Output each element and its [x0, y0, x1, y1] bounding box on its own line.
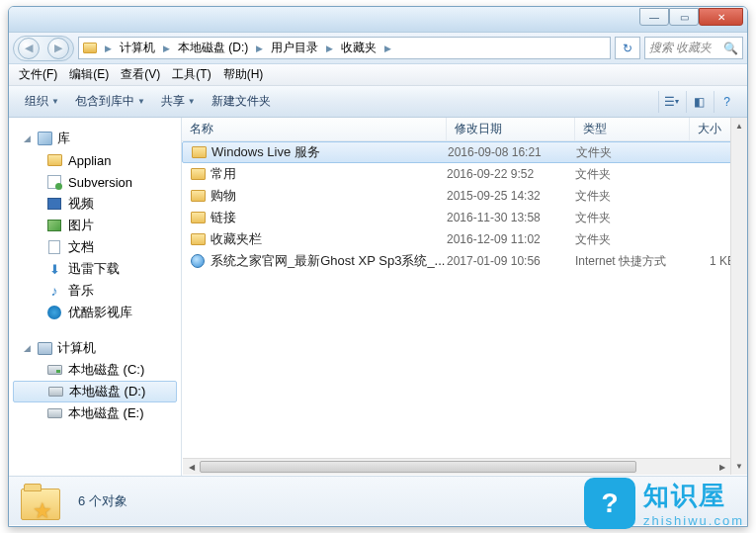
expand-icon[interactable]: ◢	[23, 344, 32, 353]
youku-icon	[46, 305, 62, 320]
tree-group-libraries: ◢ 库 Applian Subversion 视频 图片 文档 ⬇迅雷下载 ♪音…	[9, 128, 181, 323]
breadcrumb-seg-favorites[interactable]: 收藏夹	[337, 38, 380, 58]
file-type: 文件夹	[575, 231, 690, 248]
menu-edit[interactable]: 编辑(E)	[63, 64, 115, 85]
file-name: 系统之家官网_最新Ghost XP Sp3系统_...	[210, 252, 445, 270]
breadcrumb-sep: ▶	[252, 44, 267, 53]
expand-icon[interactable]: ◢	[23, 134, 32, 143]
vertical-scrollbar[interactable]: ▲ ▼	[730, 118, 747, 475]
sidebar-item-videos[interactable]: 视频	[9, 193, 181, 215]
breadcrumb[interactable]: ▶ 计算机 ▶ 本地磁盘 (D:) ▶ 用户目录 ▶ 收藏夹 ▶	[78, 37, 611, 59]
window-controls: — ▭ ✕	[639, 8, 743, 26]
sidebar-item-applian[interactable]: Applian	[9, 149, 181, 171]
column-header-name[interactable]: 名称	[182, 118, 447, 140]
maximize-button[interactable]: ▭	[669, 8, 699, 26]
sidebar-item-label: 图片	[68, 217, 94, 234]
content-area: 名称 修改日期 类型 大小 Windows Live 服务 2016-09-08…	[182, 118, 747, 476]
folder-icon	[46, 152, 62, 168]
menu-help[interactable]: 帮助(H)	[217, 64, 270, 85]
question-icon: ?	[601, 488, 618, 519]
preview-pane-button[interactable]: ◧	[686, 91, 712, 113]
breadcrumb-sep: ▶	[101, 44, 116, 53]
search-input[interactable]: 搜索 收藏夹 🔍	[644, 37, 743, 59]
help-button[interactable]: ?	[714, 91, 739, 113]
sidebar-item-label: 本地磁盘 (D:)	[69, 383, 145, 400]
column-header-type[interactable]: 类型	[575, 118, 690, 140]
sidebar: ◢ 库 Applian Subversion 视频 图片 文档 ⬇迅雷下载 ♪音…	[9, 118, 182, 476]
picture-icon	[46, 218, 62, 233]
file-row[interactable]: 购物 2015-09-25 14:32 文件夹	[182, 185, 747, 207]
scroll-up-icon[interactable]: ▲	[731, 118, 747, 134]
folder-icon	[190, 188, 206, 204]
horizontal-scrollbar[interactable]: ◀ ▶	[183, 458, 730, 475]
minimize-icon: —	[649, 12, 659, 23]
minimize-button[interactable]: —	[639, 8, 669, 26]
menu-file[interactable]: 文件(F)	[13, 64, 63, 85]
file-row[interactable]: 常用 2016-09-22 9:52 文件夹	[182, 163, 747, 185]
scroll-thumb[interactable]	[200, 461, 636, 473]
column-header-date[interactable]: 修改日期	[447, 118, 575, 140]
breadcrumb-seg-userdir[interactable]: 用户目录	[267, 38, 322, 58]
breadcrumb-seg-drive[interactable]: 本地磁盘 (D:)	[174, 38, 252, 58]
tree-root-computer[interactable]: ◢ 计算机	[9, 337, 181, 359]
close-button[interactable]: ✕	[699, 8, 743, 26]
tree-root-label: 库	[57, 130, 70, 147]
nav-buttons: ◀ ▶	[13, 36, 74, 61]
sidebar-item-drive-d[interactable]: 本地磁盘 (D:)	[13, 381, 177, 402]
file-name: 购物	[210, 187, 236, 205]
breadcrumb-sep: ▶	[322, 44, 337, 53]
watermark-cn: 知识屋	[643, 479, 744, 513]
folder-icon	[191, 144, 207, 160]
search-icon: 🔍	[723, 42, 738, 55]
folder-icon	[190, 210, 206, 225]
scroll-right-icon[interactable]: ▶	[714, 459, 730, 475]
scroll-thumb[interactable]	[731, 134, 747, 458]
sidebar-item-drive-e[interactable]: 本地磁盘 (E:)	[9, 402, 181, 424]
breadcrumb-seg-computer[interactable]: 计算机	[116, 38, 159, 58]
file-date: 2016-11-30 13:58	[447, 211, 575, 224]
sidebar-item-pictures[interactable]: 图片	[9, 215, 181, 236]
file-type: 文件夹	[575, 188, 690, 205]
sidebar-item-thunder[interactable]: ⬇迅雷下载	[9, 258, 181, 280]
tree-root-libraries[interactable]: ◢ 库	[9, 128, 181, 149]
drive-icon	[46, 405, 62, 421]
toolbar-organize[interactable]: 组织▼	[17, 89, 67, 114]
sidebar-item-label: 本地磁盘 (E:)	[68, 404, 144, 422]
sidebar-item-label: 优酷影视库	[68, 304, 132, 321]
svn-icon	[46, 174, 62, 190]
file-row[interactable]: Windows Live 服务 2016-09-08 16:21 文件夹	[182, 141, 747, 163]
refresh-icon: ↻	[623, 42, 632, 55]
file-date: 2016-09-22 9:52	[447, 167, 575, 181]
file-date: 2016-09-08 16:21	[448, 145, 576, 159]
view-mode-button[interactable]: ☰ ▾	[658, 91, 684, 113]
scroll-left-icon[interactable]: ◀	[183, 459, 200, 475]
toolbar-newfolder[interactable]: 新建文件夹	[204, 89, 279, 114]
file-row[interactable]: 链接 2016-11-30 13:58 文件夹	[182, 207, 747, 228]
file-row[interactable]: 收藏夹栏 2016-12-09 11:02 文件夹	[182, 228, 747, 250]
back-button[interactable]: ◀	[18, 38, 40, 59]
chevron-down-icon: ▼	[188, 97, 196, 106]
toolbar-share-label: 共享	[161, 93, 185, 110]
sidebar-item-music[interactable]: ♪音乐	[9, 280, 181, 302]
file-row[interactable]: 系统之家官网_最新Ghost XP Sp3系统_... 2017-01-09 1…	[182, 250, 747, 272]
sidebar-item-label: 本地磁盘 (C:)	[68, 361, 144, 379]
tree-group-computer: ◢ 计算机 本地磁盘 (C:) 本地磁盘 (D:) 本地磁盘 (E:)	[9, 337, 181, 424]
sidebar-item-documents[interactable]: 文档	[9, 236, 181, 258]
watermark-icon: ?	[584, 478, 635, 529]
watermark-text: 知识屋 zhishiwu.com	[643, 479, 744, 528]
toolbar-share[interactable]: 共享▼	[153, 89, 204, 114]
sidebar-item-drive-c[interactable]: 本地磁盘 (C:)	[9, 359, 181, 381]
video-icon	[46, 196, 62, 212]
breadcrumb-sep: ▶	[380, 44, 395, 53]
refresh-button[interactable]: ↻	[615, 37, 640, 59]
menu-tools[interactable]: 工具(T)	[166, 64, 216, 85]
menu-view[interactable]: 查看(V)	[115, 64, 166, 85]
toolbar-include[interactable]: 包含到库中▼	[67, 89, 153, 114]
scroll-down-icon[interactable]: ▼	[731, 458, 747, 475]
sidebar-item-youku[interactable]: 优酷影视库	[9, 302, 181, 323]
sidebar-item-subversion[interactable]: Subversion	[9, 171, 181, 193]
file-type: Internet 快捷方式	[575, 253, 690, 270]
sidebar-item-label: 视频	[68, 195, 94, 213]
toolbar-include-label: 包含到库中	[75, 93, 134, 110]
forward-button[interactable]: ▶	[47, 38, 69, 59]
